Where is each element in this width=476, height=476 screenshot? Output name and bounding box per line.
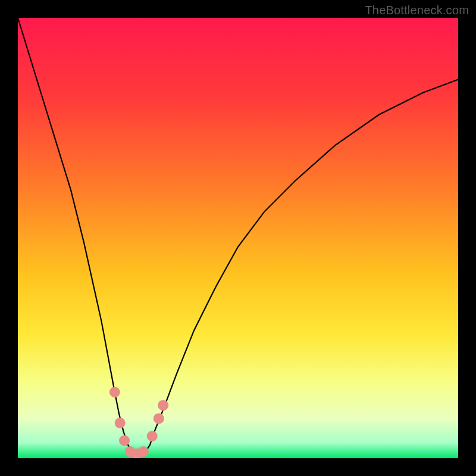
curve-marker [158, 400, 168, 411]
bottleneck-chart [18, 18, 458, 458]
chart-frame [18, 18, 458, 458]
curve-marker [147, 431, 158, 441]
curve-marker [115, 418, 126, 428]
watermark-text: TheBottleneck.com [365, 4, 469, 17]
curve-marker [109, 387, 120, 397]
curve-marker [138, 446, 149, 457]
curve-marker [119, 435, 130, 446]
gradient-background [18, 18, 458, 458]
curve-marker [154, 413, 164, 424]
